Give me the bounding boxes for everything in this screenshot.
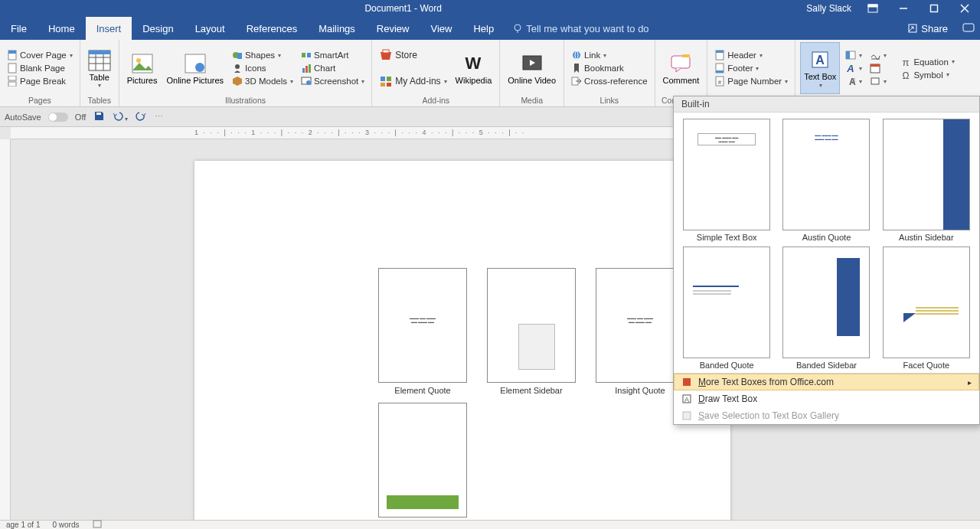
svg-rect-45 (671, 56, 690, 68)
draw-textbox-icon: A (681, 393, 692, 404)
smartart-button[interactable]: SmartArt (299, 49, 367, 61)
page-number-button[interactable]: #Page Number▾ (712, 75, 790, 87)
minimize-button[interactable] (888, 0, 919, 17)
svg-rect-12 (8, 64, 16, 73)
close-button[interactable] (949, 0, 980, 17)
svg-text:π: π (903, 57, 910, 67)
footer-button[interactable]: Footer▾ (712, 62, 790, 74)
vertical-ruler[interactable] (0, 139, 11, 520)
tab-view[interactable]: View (420, 17, 462, 40)
group-tables: Table▾ Tables (80, 40, 119, 106)
svg-rect-13 (8, 76, 16, 80)
customize-qat-icon[interactable]: ⋯ (155, 112, 163, 122)
online-pictures-button[interactable]: Online Pictures (163, 42, 227, 94)
text-box-gallery-panel: Built-in ▬▬ ▬▬▬ ▬▬▬▬▬ ▬▬ Simple Text Box… (673, 96, 980, 425)
chart-button[interactable]: Chart (299, 62, 367, 74)
redo-button[interactable] (136, 111, 147, 122)
tab-help[interactable]: Help (462, 17, 505, 40)
gallery-item-banded-quote[interactable]: Banded Quote (680, 247, 773, 370)
cover-page-button[interactable]: Cover Page▾ (5, 49, 75, 61)
icons-button[interactable]: Icons (230, 62, 296, 74)
object-button[interactable]: ▾ (867, 75, 889, 87)
blank-page-button[interactable]: Blank Page (5, 62, 75, 74)
my-addins-button[interactable]: My Add-ins▾ (377, 74, 449, 88)
status-bar: age 1 of 1 0 words (0, 520, 980, 529)
gallery-item-banded-sidebar[interactable]: Banded Sidebar (779, 247, 873, 370)
pictures-button[interactable]: Pictures (124, 42, 161, 94)
signature-line-button[interactable]: ▾ (867, 49, 889, 61)
svg-rect-35 (383, 50, 389, 53)
gallery-item-simple-text-box[interactable]: ▬▬ ▬▬▬ ▬▬▬▬▬ ▬▬ Simple Text Box (680, 119, 773, 242)
tab-insert[interactable]: Insert (86, 17, 132, 40)
gallery-item-element-sidebar[interactable]: Element Sidebar (481, 268, 582, 395)
draw-text-box-menu-item[interactable]: A Draw Text Box (674, 390, 979, 407)
more-text-boxes-menu-item[interactable]: More Text Boxes from Office.com ▸ (674, 374, 979, 390)
tab-references[interactable]: References (236, 17, 308, 40)
tell-me-search[interactable]: Tell me what you want to do (505, 17, 656, 40)
word-count[interactable]: 0 words (52, 521, 79, 529)
page-indicator[interactable]: age 1 of 1 (6, 521, 40, 529)
svg-text:#: # (718, 79, 722, 86)
tab-review[interactable]: Review (366, 17, 420, 40)
tab-file[interactable]: File (0, 17, 38, 40)
svg-rect-31 (305, 66, 308, 73)
symbol-button[interactable]: ΩSymbol▾ (898, 69, 956, 81)
group-illustrations: Pictures Online Pictures Shapes▾ Icons 3… (119, 40, 373, 106)
3d-models-button[interactable]: 3D Models▾ (230, 75, 296, 87)
ribbon-display-icon[interactable] (858, 0, 888, 17)
gallery-item-austin-sidebar[interactable]: Austin Sidebar (880, 119, 973, 242)
svg-rect-46 (682, 54, 690, 57)
tab-layout[interactable]: Layout (185, 17, 236, 40)
group-addins: Store My Add-ins▾ WWikipedia Add-ins (372, 40, 500, 106)
wikipedia-button[interactable]: WWikipedia (452, 42, 495, 94)
svg-text:W: W (466, 54, 482, 73)
gallery-item-facet-quote[interactable]: Facet Quote (880, 247, 973, 370)
gallery-item-insight-sidebar[interactable]: Insight Sidebar (372, 403, 473, 529)
page-break-button[interactable]: Page Break (5, 75, 75, 87)
gallery-item-austin-quote[interactable]: ▬▬ ▬▬▬ ▬▬▬▬▬ ▬▬ ▬▬ Austin Quote (779, 119, 873, 242)
bookmark-button[interactable]: Bookmark (569, 62, 649, 74)
tab-design[interactable]: Design (132, 17, 184, 40)
wordart-button[interactable]: A▾ (843, 62, 864, 74)
comment-button[interactable]: Comment (660, 42, 703, 94)
gallery-item-element-quote[interactable]: ▬▬▬ ▬▬ ▬▬▬▬▬ ▬▬▬ ▬▬ Element Quote (372, 268, 473, 395)
svg-rect-36 (381, 77, 385, 81)
spell-check-icon[interactable] (92, 520, 103, 529)
submenu-arrow-icon: ▸ (968, 378, 972, 387)
share-icon (907, 23, 918, 34)
svg-rect-39 (387, 83, 391, 87)
link-button[interactable]: Link▾ (569, 49, 649, 61)
tab-bar: File Home Insert Design Layout Reference… (0, 17, 980, 40)
user-name[interactable]: Sally Slack (806, 3, 851, 14)
tab-home[interactable]: Home (38, 17, 86, 40)
tab-mailings[interactable]: Mailings (308, 17, 366, 40)
cross-reference-button[interactable]: Cross-reference (569, 75, 649, 87)
save-icon[interactable] (93, 110, 105, 123)
date-time-button[interactable] (867, 62, 889, 74)
equation-button[interactable]: πEquation▾ (898, 56, 956, 68)
lightbulb-icon (512, 23, 523, 34)
office-icon (681, 377, 692, 387)
svg-rect-48 (716, 51, 724, 53)
store-button[interactable]: Store (377, 48, 449, 62)
online-video-button[interactable]: Online Video (505, 42, 559, 94)
svg-point-24 (195, 63, 204, 72)
svg-rect-20 (89, 51, 110, 54)
share-button[interactable]: Share (898, 17, 957, 40)
autosave-toggle[interactable]: AutoSave Off (5, 113, 86, 122)
comments-pane-icon[interactable] (957, 17, 980, 40)
shapes-button[interactable]: Shapes▾ (230, 49, 296, 61)
svg-rect-30 (302, 68, 305, 73)
undo-button[interactable]: ▾ (113, 111, 128, 122)
svg-point-27 (235, 64, 240, 69)
svg-text:A: A (816, 54, 825, 67)
quick-parts-button[interactable]: ▾ (843, 49, 864, 61)
gallery-extended: ▬▬▬ ▬▬ ▬▬▬▬▬ ▬▬▬ ▬▬ Element Quote Elemen… (372, 268, 691, 529)
drop-cap-button[interactable]: A▾ (843, 75, 864, 87)
table-button[interactable]: Table▾ (85, 42, 114, 94)
maximize-button[interactable] (919, 0, 949, 17)
header-button[interactable]: Header▾ (712, 49, 790, 61)
screenshot-button[interactable]: Screenshot▾ (299, 75, 367, 87)
text-box-button[interactable]: AText Box▾ (800, 42, 840, 94)
svg-rect-65 (871, 78, 879, 84)
